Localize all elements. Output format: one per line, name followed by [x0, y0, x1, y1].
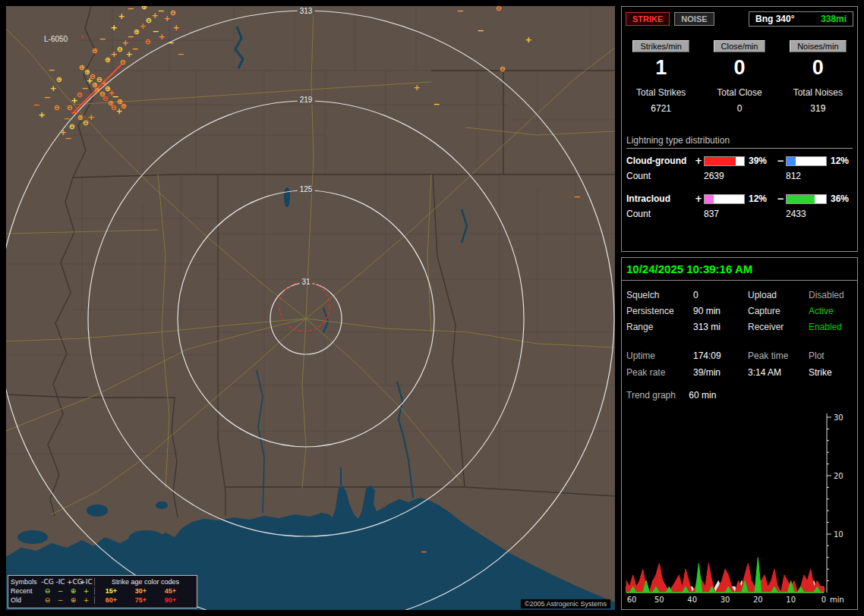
age-code: 75+ [126, 596, 156, 604]
legend-col-pos-ic: +IC [80, 578, 93, 586]
svg-text:+: + [158, 32, 165, 42]
svg-text:−: − [127, 6, 134, 14]
persistence-label: Persistence [626, 306, 693, 316]
close-per-min-value: 0 [733, 56, 745, 80]
svg-text:−: − [131, 44, 138, 54]
total-close-value: 0 [737, 103, 743, 114]
total-close-label: Total Close [717, 87, 762, 98]
storm-cell-label: L-6050 [44, 35, 68, 43]
svg-text:−: − [43, 93, 50, 102]
lakes [17, 187, 290, 547]
range-ring-label: 313 [298, 7, 315, 15]
plus-sign: + [693, 193, 704, 204]
circled-plus-icon: ⊕ [67, 587, 80, 595]
legend-col-neg-ic: -IC [54, 578, 67, 586]
svg-text:−: − [65, 134, 71, 143]
uptime-stats: Uptime 174:09 Peak time Plot Peak rate 3… [622, 332, 857, 378]
ic-negative-pct: 36% [827, 193, 853, 204]
svg-text:⊕: ⊕ [92, 46, 98, 55]
svg-text:⊖: ⊖ [145, 37, 151, 46]
intracloud-row: Intracloud + 12% − 36% [622, 181, 857, 204]
svg-text:+: + [87, 112, 94, 122]
noises-per-min-badge[interactable]: Noises/min [790, 40, 846, 52]
strikes-per-min-badge[interactable]: Strikes/min [632, 40, 689, 52]
total-noises-label: Total Noises [793, 87, 843, 98]
count-label: Count [626, 171, 693, 181]
upload-status: Disabled [809, 290, 853, 300]
intracloud-label: Intracloud [626, 193, 693, 204]
peak-time-label: Peak time [748, 350, 809, 361]
total-noises-value: 319 [810, 103, 825, 114]
cloud-ground-count-row: Count 2639 812 [622, 166, 857, 181]
ic-negative-count: 2433 [786, 209, 827, 219]
age-code: 15+ [96, 587, 126, 595]
persistence-value: 90 min [693, 306, 748, 316]
age-code: 30+ [126, 587, 156, 595]
distribution-header: Lightning type distribution [626, 135, 853, 149]
legend-age-header: Strike age color codes [96, 578, 194, 586]
legend-recent-label: Recent [11, 587, 41, 595]
svg-text:⊕: ⊕ [121, 102, 127, 110]
bearing-range-value: 338mi [821, 14, 847, 24]
plot-value: Strike [809, 367, 853, 378]
rivers [235, 27, 467, 513]
ic-positive-count: 837 [704, 209, 745, 219]
range-ring-label: 219 [298, 96, 315, 104]
close-per-min-badge[interactable]: Close/min [714, 40, 766, 52]
svg-text:20: 20 [753, 596, 763, 604]
svg-text:⊖: ⊖ [170, 8, 176, 17]
svg-text:+: + [118, 11, 125, 21]
peak-rate-value: 39/min [693, 367, 748, 378]
legend-old-label: Old [11, 596, 41, 604]
lightning-map[interactable]: ⊕⊕⊖+⊕⊖+⊕⊖⊕+⊖⊕−⊕⊖+⊕−⊖+⊖−⊕⊖+−⊖+−⊕+⊖+−⊕+⊖+−… [6, 6, 615, 610]
svg-text:−: − [177, 49, 184, 59]
upload-label: Upload [748, 290, 809, 300]
uptime-label: Uptime [626, 350, 693, 361]
legend-header-row: Symbols -CG -IC +CG +IC Strike age color… [11, 577, 194, 586]
cg-negative-bar [786, 156, 827, 166]
svg-text:+: + [172, 23, 179, 33]
svg-text:⊖: ⊖ [120, 58, 126, 66]
trend-graph-duration: 60 min [689, 390, 716, 401]
svg-text:−: − [99, 34, 106, 44]
capture-status: Active [809, 306, 853, 316]
receiver-label: Receiver [748, 322, 809, 332]
legend-old-row: Old ⊖ − ⊕ + 60+ 75+ 90+ [11, 596, 194, 605]
ic-positive-pct: 12% [745, 193, 775, 204]
cg-positive-pct: 39% [745, 156, 775, 166]
bearing-value: Bng 340° [755, 14, 794, 24]
plus-icon: + [80, 587, 93, 595]
cg-negative-pct: 12% [827, 156, 853, 166]
squelch-value: 0 [693, 290, 748, 300]
noise-button[interactable]: NOISE [674, 12, 714, 26]
peak-time-value: 3:14 AM [748, 367, 809, 378]
svg-text:+: + [110, 23, 117, 33]
svg-text:50: 50 [654, 596, 664, 604]
ic-positive-bar [704, 194, 745, 204]
map-legend: Symbols -CG -IC +CG +IC Strike age color… [8, 575, 197, 608]
strikes-per-min-value: 1 [655, 56, 667, 80]
svg-text:−: − [456, 6, 463, 16]
svg-text:−: − [573, 192, 580, 202]
trend-graph-row: Trend graph 60 min [622, 378, 857, 401]
svg-text:−: − [433, 99, 440, 109]
plus-icon: + [80, 596, 93, 604]
svg-text:⊖: ⊖ [69, 122, 75, 130]
trend-graph-label: Trend graph [626, 390, 676, 401]
count-label: Count [626, 209, 693, 219]
cg-positive-bar [704, 156, 745, 166]
legend-recent-row: Recent ⊖ − ⊕ + 15+ 30+ 45+ [11, 586, 194, 596]
cloud-ground-label: Cloud-ground [626, 156, 693, 166]
svg-text:0: 0 [821, 596, 826, 604]
svg-text:min: min [830, 596, 844, 604]
svg-text:−: − [167, 38, 174, 48]
strike-button[interactable]: STRIKE [626, 12, 670, 26]
peak-rate-label: Peak rate [626, 367, 693, 378]
minus-icon: − [54, 596, 67, 604]
status-panel: 10/24/2025 10:39:16 AM Squelch 0 Upload … [621, 257, 858, 610]
svg-text:20: 20 [834, 472, 844, 480]
bearing-display: Bng 340° 338mi [749, 11, 853, 27]
plot-label: Plot [809, 350, 853, 361]
minus-sign: − [775, 193, 786, 204]
minus-sign: − [775, 156, 786, 166]
